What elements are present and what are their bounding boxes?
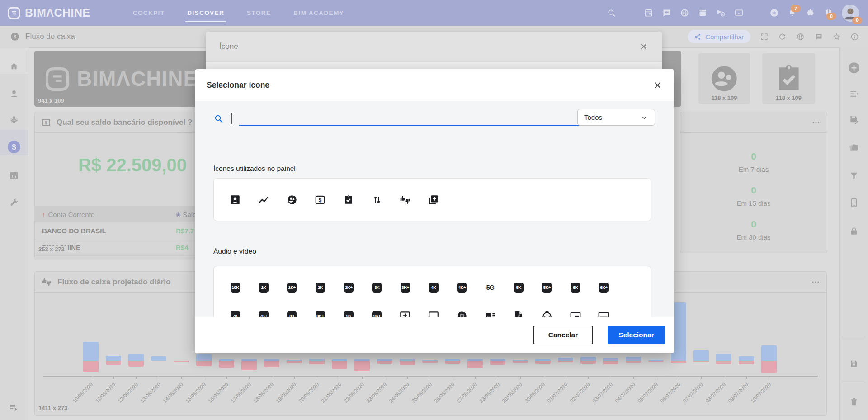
swap-vert-icon[interactable] xyxy=(363,185,391,214)
av-timer-icon[interactable] xyxy=(533,302,561,317)
branding-watermark-icon[interactable] xyxy=(561,302,590,317)
right-sidebar-item-save-edit[interactable] xyxy=(849,114,859,125)
thumbs-up-down-icon[interactable] xyxy=(391,185,420,214)
nav-item-cockpit[interactable]: COCKPIT xyxy=(132,7,166,19)
aging-label: Em 15 dias xyxy=(680,199,827,207)
info-button[interactable] xyxy=(850,32,859,41)
bar-negative xyxy=(106,361,121,365)
shield-button[interactable]: 0 xyxy=(824,8,833,18)
album-icon[interactable] xyxy=(448,302,476,317)
sidebar-item-playlist[interactable] xyxy=(9,402,19,412)
search-button[interactable] xyxy=(607,8,616,18)
right-sidebar-item-filter[interactable] xyxy=(849,170,859,181)
brand[interactable]: BIMΛCHINE xyxy=(7,6,90,20)
globe-button[interactable] xyxy=(796,32,805,41)
audio-file-icon[interactable] xyxy=(505,302,533,317)
nav-item-store[interactable]: STORE xyxy=(246,7,272,19)
bar-negative xyxy=(174,361,189,362)
user-avatar[interactable]: 0 xyxy=(842,5,859,22)
axis-tick xyxy=(91,376,91,379)
calendar-button[interactable] xyxy=(644,8,653,18)
right-sidebar-item-floppy[interactable] xyxy=(849,359,859,369)
call-to-action-icon[interactable] xyxy=(590,302,618,317)
card-menu-button[interactable] xyxy=(811,118,821,127)
expand-button[interactable] xyxy=(760,32,769,41)
icon-9k-plus[interactable]: 9K+ xyxy=(363,302,391,317)
sidebar-item-chart-box[interactable] xyxy=(9,170,19,181)
icon-5k-plus[interactable]: 5K+ xyxy=(533,273,561,302)
sidebar-item-wrench[interactable] xyxy=(9,198,19,208)
airplay-icon[interactable] xyxy=(420,302,448,317)
nav-item-discover[interactable]: DISCOVER xyxy=(186,7,225,19)
icon-10k[interactable]: 10K xyxy=(221,273,250,302)
share-button[interactable]: Compartilhar xyxy=(688,30,750,44)
icon-4k[interactable]: 4K xyxy=(420,273,448,302)
chat-button[interactable] xyxy=(662,8,671,18)
icon-5k[interactable]: 5K xyxy=(505,273,533,302)
right-sidebar-item-trash[interactable] xyxy=(849,396,859,407)
icon-6k-plus[interactable]: 6K+ xyxy=(590,273,618,302)
icon-1k-plus[interactable]: 1K+ xyxy=(278,273,306,302)
comment-icon xyxy=(814,33,823,41)
add-to-queue-icon[interactable] xyxy=(391,302,420,317)
icon-6k[interactable]: 6K xyxy=(561,273,590,302)
right-sidebar-item-tablet[interactable] xyxy=(849,198,859,208)
tile-widget-group[interactable]: 118 x 109 xyxy=(698,53,750,104)
library-add-icon[interactable] xyxy=(420,185,448,214)
select-button[interactable]: Selecionar xyxy=(608,326,665,344)
right-sidebar-item-collapse-menu[interactable] xyxy=(849,89,859,99)
cancel-button[interactable]: Cancelar xyxy=(533,326,593,344)
close-icon[interactable] xyxy=(639,42,648,51)
icon-7k[interactable]: 7K xyxy=(221,302,250,317)
icon-5g[interactable]: 5G xyxy=(476,273,505,302)
right-sidebar-item-plus-circle-filled[interactable] xyxy=(847,61,861,75)
sidebar-item-person[interactable] xyxy=(9,89,19,99)
axis-tick xyxy=(385,376,385,379)
bell-button[interactable]: 7 xyxy=(788,8,797,18)
icon-8k-plus[interactable]: 8K+ xyxy=(306,302,335,317)
plus-circle-button[interactable] xyxy=(769,8,779,18)
icon-7k-plus[interactable]: 7K+ xyxy=(250,302,278,317)
cast-button[interactable] xyxy=(734,8,744,18)
icon-9k[interactable]: 9K xyxy=(335,302,363,317)
icon-2k-plus[interactable]: 2K+ xyxy=(335,273,363,302)
art-track-icon[interactable] xyxy=(476,302,505,317)
sidebar-item-home[interactable] xyxy=(9,61,19,71)
bar-negative xyxy=(377,361,392,364)
widget-size-label: 353 x 273 xyxy=(38,246,68,253)
bar-negative xyxy=(490,361,505,365)
puzzle-button[interactable] xyxy=(806,8,815,18)
comment-button[interactable] xyxy=(814,32,823,41)
icon-2k[interactable]: 2K xyxy=(306,273,335,302)
icon-1k[interactable]: 1K xyxy=(250,273,278,302)
axis-tick xyxy=(272,376,272,379)
icon-3k-plus[interactable]: 3K+ xyxy=(391,273,420,302)
right-sidebar-item-lock[interactable] xyxy=(849,226,859,236)
server-button[interactable] xyxy=(698,8,708,18)
icon-category-select[interactable]: Todos xyxy=(577,109,655,126)
icon-8k[interactable]: 8K xyxy=(278,302,306,317)
icon-4k-plus[interactable]: 4K+ xyxy=(448,273,476,302)
aging-widget[interactable]: 0Em 7 dias0Em 15 dias0Em 30 dias xyxy=(680,112,827,253)
sidebar-item-dollar-circle[interactable]: $ xyxy=(7,140,21,154)
swap-vert-icon xyxy=(371,194,383,206)
close-icon[interactable] xyxy=(653,80,662,90)
axis-tick xyxy=(566,376,566,379)
right-sidebar-item-style[interactable] xyxy=(849,142,859,153)
account-box-icon[interactable] xyxy=(221,185,250,214)
user-circle-icon[interactable] xyxy=(278,185,306,214)
refresh-button[interactable] xyxy=(778,32,787,41)
send-clock-button[interactable] xyxy=(716,8,726,18)
task-check-icon[interactable] xyxy=(335,185,363,214)
home-icon xyxy=(9,61,19,71)
dollar-box-icon[interactable]: $ xyxy=(306,185,335,214)
icon-3k[interactable]: 3K xyxy=(363,273,391,302)
globe-button[interactable] xyxy=(680,8,689,18)
star-button[interactable] xyxy=(832,32,841,41)
tile-widget-check[interactable]: 118 x 109 xyxy=(762,53,815,104)
show-chart-icon[interactable] xyxy=(250,185,278,214)
axis-tick xyxy=(136,376,137,379)
svg-text:$: $ xyxy=(319,197,322,203)
nav-item-bim-academy[interactable]: BIM ACADEMY xyxy=(292,7,345,19)
sidebar-item-bug[interactable] xyxy=(9,114,19,125)
